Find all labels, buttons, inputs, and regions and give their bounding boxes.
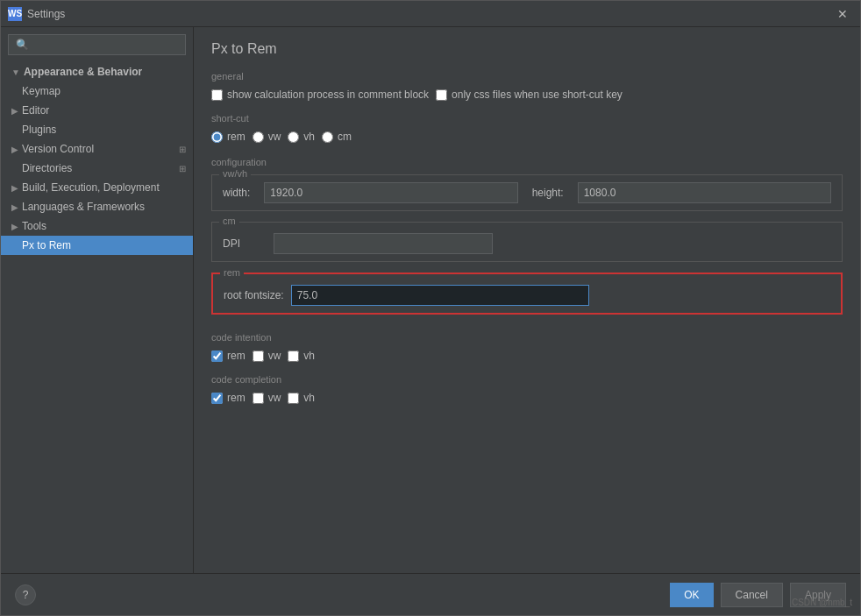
sidebar: 🔍 ▼ Appearance & Behavior Keymap ▶ Edito… (1, 27, 194, 573)
right-panel: Px to Rem general show calculation proce… (194, 27, 860, 573)
sidebar-item-label: Editor (22, 104, 49, 117)
bottom-bar: ? OK Cancel Apply (1, 573, 860, 615)
dpi-label: DPI (223, 237, 267, 250)
arrow-icon: ▶ (11, 106, 18, 116)
app-icon: WS (8, 7, 22, 21)
code-completion-vw-text: vw (268, 392, 281, 404)
sidebar-item-plugins[interactable]: Plugins (1, 120, 193, 139)
general-options-row: show calculation process in comment bloc… (211, 89, 843, 101)
code-intention-vw-label[interactable]: vw (253, 350, 281, 362)
general-section-label: general (211, 71, 843, 81)
sidebar-item-version-control[interactable]: ▶ Version Control ⊞ (1, 139, 193, 159)
sidebar-item-build-execution[interactable]: ▶ Build, Execution, Deployment (1, 178, 193, 197)
code-completion-row: rem vw vh (211, 392, 843, 404)
sidebar-item-px-to-rem[interactable]: Px to Rem (1, 236, 193, 255)
ok-button[interactable]: OK (670, 583, 713, 607)
help-button[interactable]: ? (15, 584, 36, 605)
shortcut-vh-label[interactable]: vh (288, 131, 315, 143)
code-completion-vw-checkbox[interactable] (253, 393, 264, 404)
only-css-files-label: only css files when use short-cut key (452, 89, 623, 101)
watermark: CSDN @nmb_t (792, 598, 852, 607)
title-bar-left: WS Settings (8, 7, 65, 21)
code-completion-rem-checkbox[interactable] (211, 393, 223, 404)
arrow-icon: ▶ (11, 183, 18, 193)
height-input[interactable] (578, 182, 831, 203)
code-intention-vh-checkbox[interactable] (288, 350, 299, 362)
sidebar-item-appearance-behavior[interactable]: ▼ Appearance & Behavior (1, 62, 193, 81)
close-button[interactable]: ✕ (832, 5, 853, 23)
only-css-files-checkbox-label[interactable]: only css files when use short-cut key (436, 89, 623, 101)
shortcut-cm-radio[interactable] (322, 131, 333, 143)
rem-group-label: rem (220, 267, 244, 278)
cm-group: cm DPI (211, 222, 843, 262)
title-bar: WS Settings ✕ (1, 1, 860, 27)
code-completion-rem-label[interactable]: rem (211, 392, 245, 404)
sidebar-item-editor[interactable]: ▶ Editor (1, 101, 193, 120)
main-content: 🔍 ▼ Appearance & Behavior Keymap ▶ Edito… (1, 27, 860, 573)
shortcut-cm-text: cm (338, 131, 352, 143)
code-completion-label: code completion (211, 374, 843, 385)
cancel-button[interactable]: Cancel (721, 583, 783, 607)
vw-vh-row: width: height: (223, 182, 831, 203)
width-label: width: (223, 187, 250, 199)
sidebar-item-label: Keymap (22, 85, 60, 97)
search-input[interactable] (32, 39, 178, 51)
code-intention-rem-text: rem (227, 350, 245, 362)
code-completion-rem-text: rem (227, 392, 245, 404)
code-intention-rem-checkbox[interactable] (211, 350, 223, 362)
code-intention-rem-label[interactable]: rem (211, 350, 245, 362)
show-calculation-checkbox[interactable] (211, 89, 223, 101)
vw-vh-group: vw/vh width: height: (211, 174, 843, 211)
sidebar-item-label: Version Control (22, 143, 94, 155)
sidebar-item-label: Px to Rem (22, 239, 71, 251)
code-completion-vh-checkbox[interactable] (288, 393, 299, 404)
root-fontsize-row: root fontsize: (224, 285, 830, 306)
code-intention-vh-text: vh (303, 350, 315, 362)
code-intention-vw-checkbox[interactable] (253, 350, 264, 362)
shortcut-rem-text: rem (227, 131, 245, 143)
sidebar-item-label: Appearance & Behavior (24, 66, 142, 78)
code-completion-vh-text: vh (303, 392, 315, 404)
rem-group: rem root fontsize: (211, 273, 843, 315)
dir-icon: ⊞ (179, 164, 186, 173)
search-box[interactable]: 🔍 (8, 34, 186, 55)
show-calculation-checkbox-label[interactable]: show calculation process in comment bloc… (211, 89, 429, 101)
root-fontsize-input[interactable] (291, 285, 589, 306)
root-fontsize-label: root fontsize: (224, 289, 284, 301)
sidebar-item-label: Plugins (22, 124, 56, 136)
sidebar-item-languages-frameworks[interactable]: ▶ Languages & Frameworks (1, 197, 193, 216)
vcs-icon: ⊞ (179, 145, 186, 154)
cm-group-label: cm (219, 216, 239, 226)
shortcut-rem-label[interactable]: rem (211, 131, 245, 143)
vw-vh-group-label: vw/vh (219, 168, 251, 179)
bottom-bar-left: ? (15, 584, 36, 605)
arrow-icon: ▶ (11, 222, 18, 231)
arrow-icon: ▼ (11, 67, 20, 77)
only-css-files-checkbox[interactable] (436, 89, 447, 101)
shortcut-cm-label[interactable]: cm (322, 131, 352, 143)
arrow-icon: ▶ (11, 202, 18, 212)
shortcut-vw-radio[interactable] (253, 131, 264, 143)
width-input[interactable] (264, 182, 517, 203)
shortcut-vh-radio[interactable] (288, 131, 299, 143)
shortcut-vw-label[interactable]: vw (253, 131, 281, 143)
search-icon: 🔍 (16, 39, 29, 51)
code-intention-vw-text: vw (268, 350, 281, 362)
sidebar-item-keymap[interactable]: Keymap (1, 81, 193, 101)
configuration-section-label: configuration (211, 157, 843, 167)
code-completion-vw-label[interactable]: vw (253, 392, 281, 404)
shortcut-rem-radio[interactable] (211, 131, 223, 143)
code-completion-vh-label[interactable]: vh (288, 392, 315, 404)
show-calculation-label: show calculation process in comment bloc… (227, 89, 429, 101)
dpi-input[interactable] (274, 233, 493, 254)
sidebar-item-directories[interactable]: Directories ⊞ (1, 159, 193, 178)
sidebar-item-label: Build, Execution, Deployment (22, 181, 160, 194)
code-intention-vh-label[interactable]: vh (288, 350, 315, 362)
height-label: height: (532, 187, 564, 199)
help-label: ? (23, 589, 29, 601)
sidebar-item-tools[interactable]: ▶ Tools (1, 216, 193, 236)
shortcut-vw-text: vw (268, 131, 281, 143)
code-intention-row: rem vw vh (211, 350, 843, 362)
shortcut-section-label: short-cut (211, 113, 843, 124)
panel-title: Px to Rem (211, 41, 843, 57)
